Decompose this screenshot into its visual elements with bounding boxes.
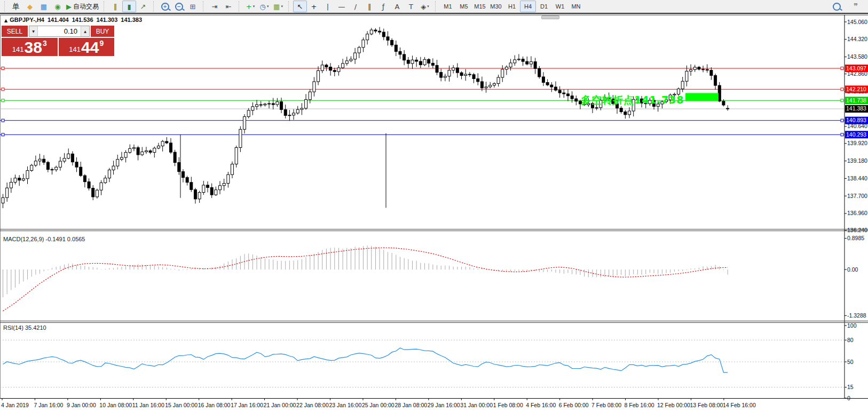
rsi-axis-label: 15 (847, 384, 854, 390)
price-level-label: 141.738 (846, 97, 866, 104)
candle-body (284, 109, 287, 115)
volume-input[interactable] (38, 26, 81, 36)
candle-body (337, 68, 340, 72)
candle-body (538, 69, 541, 77)
buy-button[interactable]: BUY (91, 26, 114, 37)
candle-body (235, 147, 238, 164)
candle-body (14, 178, 17, 183)
candle-body (436, 65, 438, 72)
collapse-icon[interactable]: ▲ (4, 18, 7, 23)
sell-button[interactable]: SELL (2, 26, 28, 37)
price-tick-label: 145.060 (847, 19, 867, 25)
time-axis-label: 7 Feb 08:00 (591, 402, 621, 408)
candle-body (22, 179, 25, 180)
time-axis-label: 29 Jan 16:00 (428, 402, 460, 408)
candle-body (710, 70, 713, 76)
chart-canvas[interactable]: 145.060144.320143.580142.860142.120141.3… (0, 0, 868, 412)
time-axis-label: 9 Jan 00:00 (67, 402, 96, 408)
candle-body (542, 77, 545, 82)
level-handle[interactable] (841, 99, 843, 102)
rsi-axis-label: 80 (847, 337, 854, 343)
rsi-label: RSI(14) 35.4210 (3, 324, 46, 331)
level-handle[interactable] (841, 67, 843, 70)
green-highlight-box[interactable] (685, 93, 719, 101)
candle-body (566, 94, 569, 96)
rsi-axis-label: 100 (847, 322, 857, 329)
candle-body (26, 171, 29, 179)
candle-body (575, 99, 578, 101)
buy-price[interactable]: 141 44 9 (59, 38, 115, 56)
candle-body (321, 65, 323, 71)
candle-body (182, 172, 184, 178)
candle-body (546, 82, 549, 85)
buy-price-big: 44 (81, 40, 99, 56)
candle-body (452, 68, 455, 70)
candle-body (362, 40, 365, 47)
pivot-annotation[interactable]: 多空转折点141.738 (581, 93, 684, 107)
candle-body (460, 73, 463, 75)
candle-body (2, 197, 4, 203)
candle-body (92, 188, 94, 197)
level-handle[interactable] (2, 88, 4, 91)
candle-body (399, 51, 401, 54)
macd-axis-label: 0.00 (847, 266, 858, 273)
time-axis-label: 22 Jan 08:00 (296, 402, 329, 408)
candle-body (145, 151, 147, 152)
candle-body (149, 151, 152, 153)
price-level-label: 142.210 (846, 86, 866, 92)
volume-increase-button[interactable]: ▲ (81, 26, 89, 36)
level-handle[interactable] (2, 133, 4, 136)
candle-body (104, 178, 107, 183)
candle-body (120, 157, 123, 160)
chart-scrollbar-thumb[interactable] (541, 15, 559, 19)
candle-body (59, 161, 61, 167)
price-level-label: 140.293 (846, 131, 866, 138)
candle-body (378, 31, 381, 32)
candle-body (690, 70, 692, 72)
candle-body (227, 175, 230, 183)
candle-body (727, 108, 729, 109)
candle-body (51, 170, 53, 170)
time-axis-label: 4 Jan 2019 (1, 402, 29, 408)
macd-signal-line (3, 248, 728, 311)
candle-body (505, 67, 508, 69)
candle-body (219, 186, 222, 190)
level-handle[interactable] (841, 88, 843, 91)
candle-body (10, 182, 12, 188)
level-handle[interactable] (841, 119, 843, 122)
price-tick-label: 137.700 (847, 193, 867, 199)
candle-body (530, 62, 532, 64)
candle-body (137, 148, 139, 155)
rsi-axis-label: 0 (847, 395, 850, 401)
candle-body (472, 75, 475, 79)
candle-body (46, 162, 49, 169)
candle-body (83, 176, 86, 182)
volume-decrease-button[interactable]: ▼ (29, 26, 38, 36)
candle-body (276, 102, 279, 105)
candle-body (558, 90, 561, 93)
candle-body (374, 30, 377, 31)
candle-body (264, 104, 266, 105)
candle-body (223, 184, 225, 186)
candle-body (202, 185, 205, 193)
sell-price-pip: 3 (43, 39, 47, 47)
price-tick-label: 136.960 (847, 210, 867, 216)
sell-price[interactable]: 141 38 3 (2, 38, 58, 56)
candle-body (108, 170, 111, 178)
trading-terminal-window: 单◆▦◉▶自动交易‖▮↗+−⊞⇥⇤+▾◷▾▦▾↖+|—/∥ƒAT◈▾M1M5M1… (0, 0, 868, 412)
candle-body (698, 67, 700, 69)
candle-body (169, 143, 172, 152)
level-handle[interactable] (2, 99, 4, 102)
level-handle[interactable] (2, 67, 4, 70)
candle-body (370, 30, 373, 34)
candle-body (317, 70, 320, 82)
candle-body (480, 82, 483, 88)
candle-body (239, 129, 242, 147)
level-handle[interactable] (841, 133, 843, 136)
candle-body (141, 152, 144, 155)
level-handle[interactable] (2, 119, 4, 122)
time-axis-label: 13 Feb 08:00 (690, 402, 723, 408)
candle-body (215, 190, 217, 195)
price-tick-label: 144.320 (847, 36, 867, 42)
candle-body (366, 34, 369, 40)
